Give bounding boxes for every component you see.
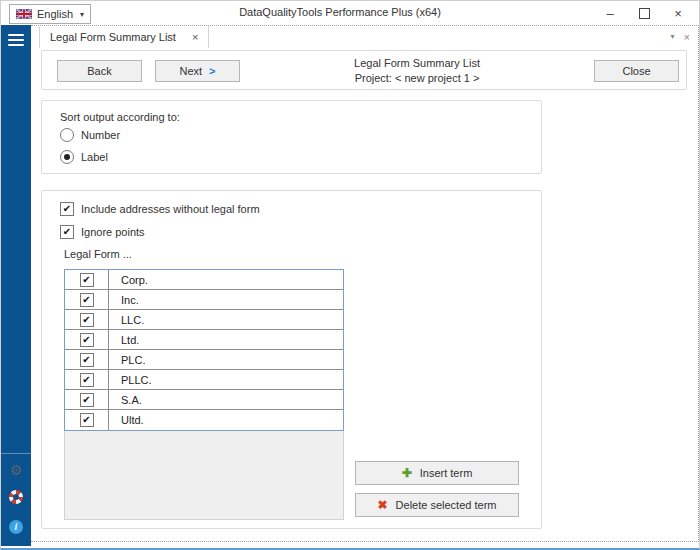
next-button[interactable]: Next >: [155, 60, 240, 82]
window-controls: – ×: [593, 1, 695, 25]
row-label: Ultd.: [109, 410, 343, 430]
row-checkbox[interactable]: ✔: [80, 353, 94, 367]
titlebar: English ▾ DataQualityTools Performance P…: [1, 1, 699, 25]
radio-number-label: Number: [81, 129, 120, 141]
maximize-button[interactable]: [627, 1, 661, 25]
tab-bar: Legal Form Summary List × ▾ ×: [31, 26, 698, 48]
row-checkbox-cell: ✔: [65, 290, 109, 309]
row-checkbox[interactable]: ✔: [80, 373, 94, 387]
legal-form-grid: ✔Corp.✔Inc.✔LLC.✔Ltd.✔PLC.✔PLLC.✔S.A.✔Ul…: [64, 269, 344, 520]
uk-flag-icon: [16, 9, 32, 19]
checkbox-include-addresses[interactable]: ✔: [60, 202, 74, 216]
chevron-right-icon: >: [209, 65, 215, 77]
language-selector[interactable]: English ▾: [9, 4, 91, 24]
row-label: Ltd.: [109, 330, 343, 349]
table-row[interactable]: ✔LLC.: [65, 310, 343, 330]
row-checkbox[interactable]: ✔: [80, 413, 94, 427]
row-checkbox-cell: ✔: [65, 390, 109, 409]
insert-term-label: Insert term: [420, 467, 473, 479]
delete-x-icon: ✖: [378, 498, 388, 512]
checkbox-ignore-label: Ignore points: [81, 226, 145, 238]
radio-label-label: Label: [81, 151, 108, 163]
app-window: English ▾ DataQualityTools Performance P…: [0, 0, 700, 550]
row-label: PLC.: [109, 350, 343, 369]
back-button-label: Back: [87, 65, 111, 77]
tab-overflow-icon[interactable]: ▾: [671, 31, 675, 43]
tabbar-close-icon[interactable]: ×: [684, 31, 690, 43]
table-row[interactable]: ✔PLC.: [65, 350, 343, 370]
checkbox-ignore-points[interactable]: ✔: [60, 225, 74, 239]
plus-icon: ✚: [402, 466, 412, 480]
tab-label: Legal Form Summary List: [50, 31, 176, 43]
delete-term-button[interactable]: ✖ Delete selected term: [355, 493, 519, 517]
sort-section-label: Sort output according to:: [60, 111, 180, 123]
delete-term-label: Delete selected term: [396, 499, 497, 511]
close-window-button[interactable]: ×: [661, 1, 695, 25]
row-checkbox-cell: ✔: [65, 370, 109, 389]
sidebar-divider: [1, 453, 31, 454]
legal-form-rows: ✔Corp.✔Inc.✔LLC.✔Ltd.✔PLC.✔PLLC.✔S.A.✔Ul…: [64, 269, 344, 431]
wizard-title-block: Legal Form Summary List Project: < new p…: [240, 51, 594, 91]
row-checkbox[interactable]: ✔: [80, 293, 94, 307]
table-row[interactable]: ✔Ultd.: [65, 410, 343, 430]
row-checkbox-cell: ✔: [65, 330, 109, 349]
row-checkbox[interactable]: ✔: [80, 333, 94, 347]
row-checkbox[interactable]: ✔: [80, 393, 94, 407]
table-row[interactable]: ✔Ltd.: [65, 330, 343, 350]
project-label: Project: < new project 1 >: [355, 71, 480, 86]
next-button-label: Next: [179, 65, 202, 77]
settings-gear-icon[interactable]: ⚙: [1, 462, 31, 478]
row-label: Corp.: [109, 270, 343, 289]
page: Back Next > Legal Form Summary List Proj…: [31, 48, 697, 540]
checkbox-row-ignore[interactable]: ✔ Ignore points: [60, 225, 145, 239]
row-checkbox-cell: ✔: [65, 310, 109, 329]
window-title: DataQualityTools Performance Plus (x64): [101, 6, 579, 18]
radio-label[interactable]: [60, 150, 74, 164]
close-button[interactable]: Close: [594, 60, 679, 82]
legal-form-box: ✔ Include addresses without legal form ✔…: [41, 190, 542, 529]
insert-term-button[interactable]: ✚ Insert term: [355, 461, 519, 485]
radio-row-number[interactable]: Number: [60, 128, 120, 142]
radio-number[interactable]: [60, 128, 74, 142]
tab-legal-form-summary-list[interactable]: Legal Form Summary List ×: [39, 26, 209, 48]
row-checkbox[interactable]: ✔: [80, 313, 94, 327]
row-checkbox-cell: ✔: [65, 350, 109, 369]
table-row[interactable]: ✔S.A.: [65, 390, 343, 410]
back-button[interactable]: Back: [57, 60, 142, 82]
tabbar-controls: ▾ ×: [671, 31, 690, 43]
table-row[interactable]: ✔PLLC.: [65, 370, 343, 390]
chevron-down-icon: ▾: [80, 10, 84, 19]
checkbox-row-include[interactable]: ✔ Include addresses without legal form: [60, 202, 260, 216]
row-label: S.A.: [109, 390, 343, 409]
grid-empty-area[interactable]: [64, 431, 344, 520]
row-label: Inc.: [109, 290, 343, 309]
row-checkbox-cell: ✔: [65, 410, 109, 430]
table-row[interactable]: ✔Corp.: [65, 270, 343, 290]
info-icon[interactable]: i: [9, 520, 23, 534]
hamburger-menu-icon[interactable]: [8, 34, 24, 49]
maximize-icon: [639, 8, 650, 19]
checkbox-include-label: Include addresses without legal form: [81, 203, 260, 215]
sort-options-box: Sort output according to: Number Label: [41, 100, 542, 174]
minimize-button[interactable]: –: [593, 1, 627, 25]
row-checkbox[interactable]: ✔: [80, 273, 94, 287]
language-label: English: [37, 8, 73, 20]
tab-close-icon[interactable]: ×: [192, 31, 198, 43]
row-label: PLLC.: [109, 370, 343, 389]
table-row[interactable]: ✔Inc.: [65, 290, 343, 310]
radio-row-label[interactable]: Label: [60, 150, 108, 164]
close-button-label: Close: [622, 65, 650, 77]
dock-area: Legal Form Summary List × ▾ × Back Next …: [31, 25, 699, 542]
row-checkbox-cell: ✔: [65, 270, 109, 289]
page-title: Legal Form Summary List: [354, 56, 480, 71]
row-label: LLC.: [109, 310, 343, 329]
wizard-header-box: Back Next > Legal Form Summary List Proj…: [41, 50, 687, 90]
sidebar: ⚙ i: [1, 25, 31, 546]
help-lifebuoy-icon[interactable]: [9, 490, 23, 504]
legal-form-list-label: Legal Form ...: [64, 248, 132, 260]
